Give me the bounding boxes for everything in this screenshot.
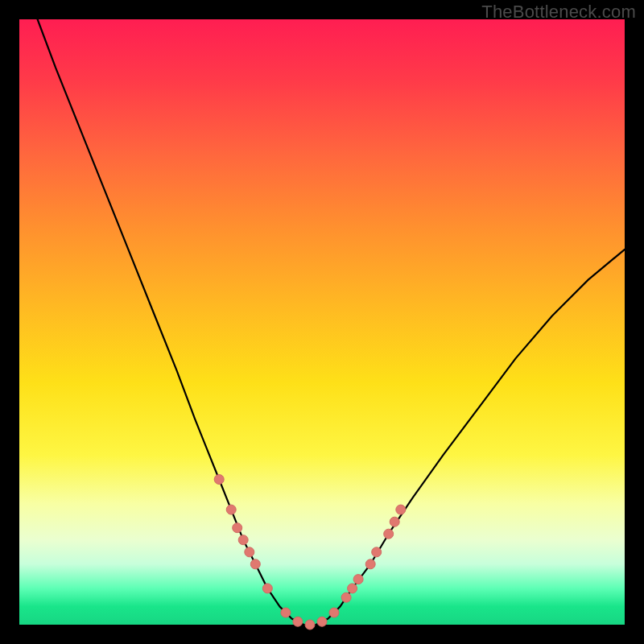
curve-marker <box>214 475 224 485</box>
curve-marker <box>365 559 375 569</box>
curve-marker <box>226 505 236 514</box>
chart-svg <box>19 19 625 625</box>
curve-marker <box>262 584 272 593</box>
curve-marker <box>353 575 363 584</box>
curve-marker <box>238 535 248 545</box>
curve-marker <box>372 547 382 557</box>
bottleneck-curve <box>38 19 625 625</box>
curve-marker <box>250 559 260 569</box>
curve-marker <box>384 529 394 539</box>
curve-marker <box>317 617 327 626</box>
curve-marker <box>293 617 303 626</box>
curve-marker <box>348 584 357 593</box>
curve-marker <box>245 547 254 557</box>
chart-frame: TheBottleneck.com <box>0 0 644 644</box>
curve-marker <box>329 608 339 617</box>
curve-marker <box>233 523 242 533</box>
curve-marker <box>341 592 351 602</box>
curve-marker <box>390 517 399 526</box>
curve-marker <box>396 505 406 514</box>
curve-markers <box>214 475 406 630</box>
plot-area <box>19 19 625 625</box>
curve-marker <box>281 608 291 617</box>
curve-marker <box>305 620 315 630</box>
attribution-label: TheBottleneck.com <box>481 2 636 23</box>
